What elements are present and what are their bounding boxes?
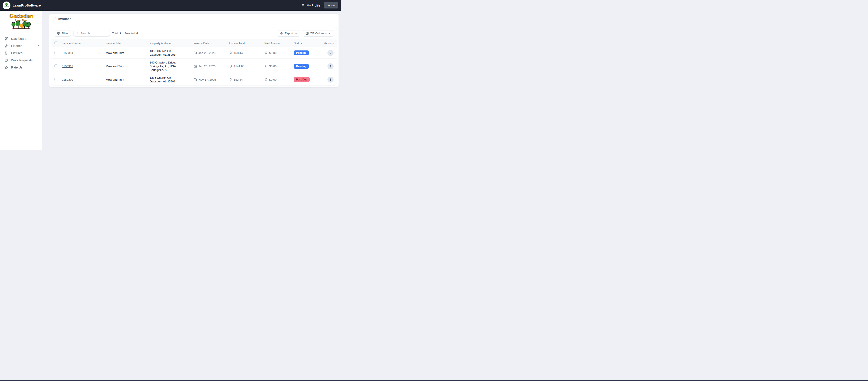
invoice-title-cell: Mow and Trim: [104, 74, 148, 86]
sidebar: Gadsden Lawn Care Dashboard Finan: [0, 11, 42, 150]
sidebar-item-work-requests[interactable]: Work Requests: [0, 57, 42, 64]
coins-icon: [229, 78, 232, 81]
invoice-number-link[interactable]: 8150314: [62, 51, 73, 55]
sidebar-item-label: Dashboard: [11, 37, 27, 40]
invoice-date-cell: Jan 26, 2026: [192, 47, 227, 59]
sidebar-item-label: Work Requests: [11, 59, 33, 62]
filter-button[interactable]: Filter: [54, 30, 71, 36]
export-label: Export: [285, 32, 293, 35]
row-checkbox[interactable]: [54, 64, 57, 67]
coins-icon: [265, 65, 268, 68]
select-all-checkbox[interactable]: [54, 41, 57, 44]
dashboard-grid-icon: [5, 37, 8, 41]
column-header: Invoice Date: [192, 39, 227, 47]
calendar-icon: [193, 51, 197, 55]
calendar-icon: [193, 65, 197, 68]
columns-label: 7/7 Columns: [310, 32, 327, 35]
row-actions-menu-button[interactable]: [328, 50, 334, 56]
invoices-table: Invoice NumberInvoice TitleProperty Addr…: [51, 39, 337, 85]
property-address-cell: 1386 Church CirGadsden, AL 35901: [148, 47, 192, 59]
filter-sliders-icon: [57, 32, 60, 35]
property-address-cell: 140 Crawford Drive, Springville, AL, USA…: [148, 59, 192, 74]
column-header: Invoice Title: [104, 39, 148, 47]
table-header-row: Invoice NumberInvoice TitleProperty Addr…: [51, 39, 337, 47]
total-label: Total:: [112, 32, 119, 35]
coins-icon: [265, 78, 268, 81]
row-actions-menu-button[interactable]: [328, 63, 334, 69]
chevron-down-icon: [294, 32, 298, 35]
status-cell: Pending: [292, 47, 320, 59]
invoice-number-link[interactable]: 8150313: [62, 65, 73, 68]
invoices-card: Invoices Filter: [49, 13, 339, 88]
coins-icon: [229, 51, 232, 55]
column-header: Paid Amount: [263, 39, 292, 47]
status-badge: Past Due: [294, 77, 310, 82]
table-toolbar: Filter Total:3 Selected:0: [51, 27, 337, 39]
selected-value: 0: [136, 32, 138, 35]
kebab-menu-icon: [329, 65, 332, 68]
search-icon: [75, 32, 79, 35]
invoice-total-cell: $141.88: [227, 59, 263, 74]
table-row: 8150314 Mow and Trim 1386 Church CirGads…: [51, 47, 337, 59]
column-header: Invoice Total: [227, 39, 263, 47]
invoice-date-cell: Nov 17, 2025: [192, 74, 227, 86]
gadsden-lawn-care-logo: Gadsden Lawn Care: [7, 13, 35, 31]
sidebar-item-finance[interactable]: Finance: [0, 42, 42, 50]
invoice-receipt-icon: [52, 17, 56, 21]
topbar: LawnProSoftware My Profile Logout: [0, 0, 341, 11]
note-plus-icon: [5, 59, 8, 62]
page-title: Invoices: [58, 17, 71, 21]
coins-icon: [265, 51, 268, 55]
coins-icon: [229, 65, 232, 68]
sidebar-item-dashboard[interactable]: Dashboard: [0, 35, 42, 42]
chevron-down-icon: [36, 44, 39, 47]
table-counts: Total:3 Selected:0: [112, 32, 138, 35]
my-profile-button[interactable]: My Profile: [301, 3, 320, 7]
invoice-title-cell: Mow and Trim: [104, 59, 148, 74]
property-address-cell: 1386 Church CirGadsden, AL 35901: [148, 74, 192, 86]
kebab-menu-icon: [329, 51, 332, 54]
main-content: Invoices Filter: [42, 11, 341, 149]
kebab-menu-icon: [329, 78, 332, 81]
svg-text:Gadsden: Gadsden: [9, 13, 33, 19]
my-profile-label: My Profile: [307, 4, 320, 7]
row-checkbox[interactable]: [54, 51, 57, 54]
actions-cell: [320, 74, 337, 86]
sidebar-item-label: Finance: [11, 44, 22, 47]
export-button[interactable]: Export: [277, 30, 300, 36]
sidebar-divider: [2, 33, 40, 33]
columns-button[interactable]: 7/7 Columns: [303, 30, 334, 36]
filter-label: Filter: [62, 32, 68, 35]
invoice-number-link[interactable]: 8150302: [62, 78, 73, 81]
receipt-icon: [5, 51, 8, 55]
column-header: Actions: [320, 39, 337, 47]
paid-amount-cell: $0.00: [263, 74, 292, 86]
table-row: 8150302 Mow and Trim 1386 Church CirGads…: [51, 74, 337, 86]
row-actions-menu-button[interactable]: [328, 76, 334, 83]
columns-icon: [306, 32, 309, 35]
actions-cell: [320, 59, 337, 74]
sidebar-item-label: Pictures: [11, 51, 22, 55]
column-header: Invoice Number: [60, 39, 104, 47]
brand: LawnProSoftware: [3, 2, 41, 9]
total-value: 3: [119, 32, 121, 35]
export-download-icon: [280, 32, 283, 35]
search-input[interactable]: [73, 30, 110, 36]
status-cell: Pending: [292, 59, 320, 74]
selected-label: Selected:: [124, 32, 136, 35]
status-cell: Past Due: [292, 74, 320, 86]
invoice-title-cell: Mow and Trim: [104, 47, 148, 59]
invoices-panel: Filter Total:3 Selected:0: [51, 27, 337, 86]
table-row: 8150313 Mow and Trim 140 Crawford Drive,…: [51, 59, 337, 74]
invoice-total-cell: $83.44: [227, 74, 263, 86]
status-badge: Pending: [294, 64, 309, 69]
paid-amount-cell: $0.00: [263, 59, 292, 74]
sidebar-item-rate-us[interactable]: Rate Us!: [0, 64, 42, 71]
invoice-date-cell: Jan 26, 2026: [192, 59, 227, 74]
row-checkbox[interactable]: [54, 78, 57, 81]
brand-name: LawnProSoftware: [12, 3, 41, 7]
star-icon: [5, 66, 8, 69]
logout-button[interactable]: Logout: [324, 2, 338, 8]
chevron-down-icon: [328, 32, 331, 35]
sidebar-item-pictures[interactable]: Pictures: [0, 50, 42, 57]
